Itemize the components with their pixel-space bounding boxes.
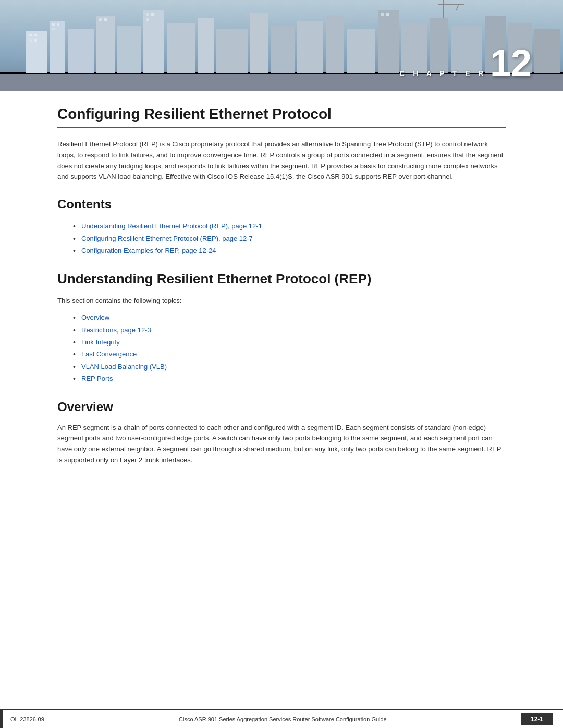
footer-page-number: 12-1 [521, 713, 553, 725]
understanding-list: Overview Restrictions, page 12-3 Link In… [57, 312, 506, 385]
list-item: Configuration Examples for REP, page 12-… [73, 244, 506, 256]
svg-rect-10 [198, 18, 214, 73]
understanding-section-heading: Understanding Resilient Ethernet Protoco… [57, 271, 506, 287]
svg-rect-12 [250, 13, 268, 73]
contents-list: Understanding Resilient Ethernet Protoco… [57, 220, 506, 256]
svg-rect-6 [96, 16, 115, 73]
chapter-label: C H A P T E R [399, 69, 487, 78]
svg-rect-7 [117, 26, 141, 73]
understanding-link-3[interactable]: Link Integrity [81, 338, 120, 346]
page-wrapper: C H A P T E R 12 Configuring Resilient E… [0, 0, 563, 728]
contents-link-3[interactable]: Configuration Examples for REP, page 12-… [81, 246, 216, 254]
title-divider [57, 127, 506, 128]
overview-heading: Overview [57, 400, 506, 414]
svg-rect-11 [216, 29, 248, 73]
svg-rect-14 [297, 21, 323, 73]
list-item: Understanding Resilient Ethernet Protoco… [73, 220, 506, 232]
understanding-link-1[interactable]: Overview [81, 314, 109, 322]
svg-rect-9 [167, 23, 195, 73]
svg-rect-35 [146, 18, 149, 21]
contents-link-2[interactable]: Configuring Resilient Ethernet Protocol … [81, 235, 253, 242]
understanding-link-6[interactable]: REP Ports [81, 375, 113, 382]
chapter-label-area: C H A P T E R 12 [399, 44, 532, 82]
svg-rect-13 [271, 26, 295, 73]
svg-rect-4 [50, 21, 65, 73]
svg-rect-31 [99, 18, 102, 21]
svg-rect-17 [378, 10, 399, 73]
chapter-header: C H A P T E R 12 [0, 0, 563, 91]
svg-rect-24 [29, 34, 32, 36]
svg-rect-25 [34, 34, 37, 36]
understanding-link-2[interactable]: Restrictions, page 12-3 [81, 326, 151, 334]
understanding-link-4[interactable]: Fast Convergence [81, 350, 137, 358]
chapter-title: Configuring Resilient Ethernet Protocol [57, 106, 506, 122]
list-item: Overview [73, 312, 506, 324]
svg-rect-36 [381, 13, 384, 16]
svg-rect-26 [29, 39, 32, 42]
contents-heading: Contents [57, 197, 506, 212]
svg-rect-5 [68, 29, 94, 73]
svg-rect-16 [347, 29, 375, 73]
intro-paragraph: Resilient Ethernet Protocol (REP) is a C… [57, 139, 506, 182]
svg-rect-30 [52, 28, 55, 30]
understanding-link-5[interactable]: VLAN Load Balancing (VLB) [81, 363, 167, 371]
list-item: Configuring Resilient Ethernet Protocol … [73, 232, 506, 244]
list-item: REP Ports [73, 373, 506, 385]
footer-guide-title: Cisco ASR 901 Series Aggregation Service… [179, 716, 387, 722]
svg-rect-27 [34, 39, 37, 42]
list-item: VLAN Load Balancing (VLB) [73, 361, 506, 373]
list-item: Restrictions, page 12-3 [73, 324, 506, 336]
svg-rect-23 [534, 29, 560, 73]
footer-doc-number: OL-23826-09 [10, 716, 44, 722]
contents-link-1[interactable]: Understanding Resilient Ethernet Protoco… [81, 222, 262, 230]
svg-rect-32 [104, 18, 107, 21]
footer-left-bar [0, 710, 3, 728]
svg-rect-29 [57, 23, 59, 26]
list-item: Link Integrity [73, 336, 506, 348]
content-area: Configuring Resilient Ethernet Protocol … [0, 91, 563, 728]
understanding-intro: This section contains the following topi… [57, 295, 506, 306]
overview-text: An REP segment is a chain of ports conne… [57, 423, 506, 466]
svg-rect-15 [326, 16, 344, 73]
svg-rect-34 [151, 13, 154, 16]
svg-rect-37 [386, 13, 389, 16]
svg-rect-28 [52, 23, 55, 26]
chapter-number: 12 [490, 44, 532, 82]
svg-rect-33 [146, 13, 149, 16]
page-footer: OL-23826-09 Cisco ASR 901 Series Aggrega… [0, 709, 563, 728]
list-item: Fast Convergence [73, 348, 506, 360]
svg-rect-3 [26, 31, 47, 73]
